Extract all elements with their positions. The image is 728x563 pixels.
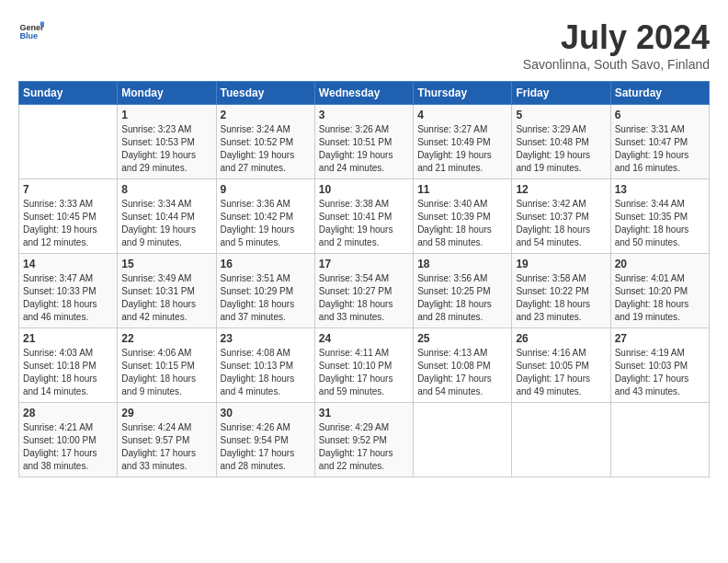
weekday-header-tuesday: Tuesday: [216, 82, 314, 105]
day-info: Sunrise: 3:42 AMSunset: 10:37 PMDaylight…: [516, 198, 606, 249]
day-info: Sunrise: 3:33 AMSunset: 10:45 PMDaylight…: [23, 198, 113, 249]
day-cell: [610, 403, 709, 477]
day-number: 19: [516, 258, 606, 270]
day-info: Sunrise: 3:24 AMSunset: 10:52 PMDaylight…: [221, 123, 311, 175]
day-cell: 26Sunrise: 4:16 AMSunset: 10:05 PMDaylig…: [512, 328, 610, 403]
day-info: Sunrise: 3:27 AMSunset: 10:49 PMDaylight…: [417, 123, 507, 175]
weekday-header-monday: Monday: [118, 82, 216, 105]
day-info: Sunrise: 3:34 AMSunset: 10:44 PMDaylight…: [121, 198, 211, 249]
day-info: Sunrise: 3:58 AMSunset: 10:22 PMDaylight…: [516, 272, 606, 324]
day-cell: 27Sunrise: 4:19 AMSunset: 10:03 PMDaylig…: [610, 328, 709, 403]
day-info: Sunrise: 4:06 AMSunset: 10:15 PMDaylight…: [121, 347, 211, 398]
svg-text:Blue: Blue: [19, 31, 38, 40]
day-info: Sunrise: 4:13 AMSunset: 10:08 PMDaylight…: [417, 347, 507, 398]
month-title: July 2024: [523, 18, 710, 57]
day-number: 16: [221, 258, 311, 270]
day-cell: 22Sunrise: 4:06 AMSunset: 10:15 PMDaylig…: [118, 328, 216, 403]
weekday-header-friday: Friday: [512, 82, 610, 105]
day-info: Sunrise: 4:16 AMSunset: 10:05 PMDaylight…: [516, 347, 606, 398]
day-number: 2: [221, 109, 311, 121]
day-number: 17: [319, 258, 409, 270]
day-cell: 20Sunrise: 4:01 AMSunset: 10:20 PMDaylig…: [610, 254, 709, 328]
day-number: 18: [417, 258, 507, 270]
day-cell: 3Sunrise: 3:26 AMSunset: 10:51 PMDayligh…: [314, 105, 413, 179]
day-number: 3: [319, 109, 409, 121]
day-cell: 11Sunrise: 3:40 AMSunset: 10:39 PMDaylig…: [414, 179, 512, 254]
weekday-header-wednesday: Wednesday: [314, 82, 413, 105]
day-number: 24: [319, 332, 409, 345]
title-area: July 2024 Savonlinna, South Savo, Finlan…: [523, 18, 710, 72]
day-number: 6: [615, 109, 705, 121]
day-number: 30: [221, 407, 311, 419]
day-info: Sunrise: 3:40 AMSunset: 10:39 PMDaylight…: [417, 198, 507, 249]
weekday-header-thursday: Thursday: [414, 82, 512, 105]
day-cell: 2Sunrise: 3:24 AMSunset: 10:52 PMDayligh…: [216, 105, 314, 179]
day-info: Sunrise: 4:03 AMSunset: 10:18 PMDaylight…: [23, 347, 113, 398]
day-cell: [19, 105, 118, 179]
day-cell: [414, 403, 512, 477]
calendar-table: SundayMondayTuesdayWednesdayThursdayFrid…: [18, 81, 710, 477]
day-number: 23: [221, 332, 311, 345]
day-number: 8: [121, 183, 211, 196]
day-cell: 19Sunrise: 3:58 AMSunset: 10:22 PMDaylig…: [512, 254, 610, 328]
day-number: 10: [319, 183, 409, 196]
day-cell: 25Sunrise: 4:13 AMSunset: 10:08 PMDaylig…: [414, 328, 512, 403]
day-number: 1: [121, 109, 211, 121]
day-number: 29: [121, 407, 211, 419]
day-cell: 1Sunrise: 3:23 AMSunset: 10:53 PMDayligh…: [118, 105, 216, 179]
day-cell: 16Sunrise: 3:51 AMSunset: 10:29 PMDaylig…: [216, 254, 314, 328]
day-info: Sunrise: 3:47 AMSunset: 10:33 PMDaylight…: [23, 272, 113, 324]
day-number: 5: [516, 109, 606, 121]
day-number: 11: [417, 183, 507, 196]
day-number: 27: [615, 332, 705, 345]
day-cell: 21Sunrise: 4:03 AMSunset: 10:18 PMDaylig…: [19, 328, 118, 403]
week-row-4: 21Sunrise: 4:03 AMSunset: 10:18 PMDaylig…: [19, 328, 710, 403]
day-number: 4: [417, 109, 507, 121]
day-info: Sunrise: 3:36 AMSunset: 10:42 PMDaylight…: [221, 198, 311, 249]
day-cell: 29Sunrise: 4:24 AMSunset: 9:57 PMDayligh…: [118, 403, 216, 477]
day-cell: 30Sunrise: 4:26 AMSunset: 9:54 PMDayligh…: [216, 403, 314, 477]
day-info: Sunrise: 4:29 AMSunset: 9:52 PMDaylight:…: [319, 421, 409, 473]
day-info: Sunrise: 4:19 AMSunset: 10:03 PMDaylight…: [615, 347, 705, 398]
day-cell: 10Sunrise: 3:38 AMSunset: 10:41 PMDaylig…: [314, 179, 413, 254]
day-cell: 18Sunrise: 3:56 AMSunset: 10:25 PMDaylig…: [414, 254, 512, 328]
day-info: Sunrise: 3:56 AMSunset: 10:25 PMDaylight…: [417, 272, 507, 324]
day-cell: 17Sunrise: 3:54 AMSunset: 10:27 PMDaylig…: [314, 254, 413, 328]
day-info: Sunrise: 4:08 AMSunset: 10:13 PMDaylight…: [221, 347, 311, 398]
day-number: 22: [121, 332, 211, 345]
week-row-2: 7Sunrise: 3:33 AMSunset: 10:45 PMDayligh…: [19, 179, 710, 254]
day-number: 14: [23, 258, 113, 270]
day-info: Sunrise: 3:54 AMSunset: 10:27 PMDaylight…: [319, 272, 409, 324]
day-cell: 6Sunrise: 3:31 AMSunset: 10:47 PMDayligh…: [610, 105, 709, 179]
day-info: Sunrise: 3:29 AMSunset: 10:48 PMDaylight…: [516, 123, 606, 175]
weekday-header-row: SundayMondayTuesdayWednesdayThursdayFrid…: [19, 82, 710, 105]
day-info: Sunrise: 4:26 AMSunset: 9:54 PMDaylight:…: [221, 421, 311, 473]
day-info: Sunrise: 4:21 AMSunset: 10:00 PMDaylight…: [23, 421, 113, 473]
day-number: 28: [23, 407, 113, 419]
day-number: 25: [417, 332, 507, 345]
weekday-header-saturday: Saturday: [610, 82, 709, 105]
general-blue-icon: General Blue: [18, 18, 44, 44]
day-number: 31: [319, 407, 409, 419]
day-cell: 24Sunrise: 4:11 AMSunset: 10:10 PMDaylig…: [314, 328, 413, 403]
week-row-5: 28Sunrise: 4:21 AMSunset: 10:00 PMDaylig…: [19, 403, 710, 477]
day-cell: 31Sunrise: 4:29 AMSunset: 9:52 PMDayligh…: [314, 403, 413, 477]
day-info: Sunrise: 3:49 AMSunset: 10:31 PMDaylight…: [121, 272, 211, 324]
day-info: Sunrise: 3:26 AMSunset: 10:51 PMDaylight…: [319, 123, 409, 175]
day-number: 15: [121, 258, 211, 270]
day-info: Sunrise: 3:31 AMSunset: 10:47 PMDaylight…: [615, 123, 705, 175]
day-info: Sunrise: 4:24 AMSunset: 9:57 PMDaylight:…: [121, 421, 211, 473]
day-number: 9: [221, 183, 311, 196]
weekday-header-sunday: Sunday: [19, 82, 118, 105]
day-cell: 5Sunrise: 3:29 AMSunset: 10:48 PMDayligh…: [512, 105, 610, 179]
day-info: Sunrise: 3:51 AMSunset: 10:29 PMDaylight…: [221, 272, 311, 324]
day-info: Sunrise: 4:01 AMSunset: 10:20 PMDaylight…: [615, 272, 705, 324]
day-number: 26: [516, 332, 606, 345]
day-info: Sunrise: 3:38 AMSunset: 10:41 PMDaylight…: [319, 198, 409, 249]
location-subtitle: Savonlinna, South Savo, Finland: [523, 57, 710, 72]
day-cell: 28Sunrise: 4:21 AMSunset: 10:00 PMDaylig…: [19, 403, 118, 477]
day-info: Sunrise: 3:23 AMSunset: 10:53 PMDaylight…: [121, 123, 211, 175]
day-number: 12: [516, 183, 606, 196]
day-cell: 15Sunrise: 3:49 AMSunset: 10:31 PMDaylig…: [118, 254, 216, 328]
logo: General Blue: [18, 18, 44, 44]
